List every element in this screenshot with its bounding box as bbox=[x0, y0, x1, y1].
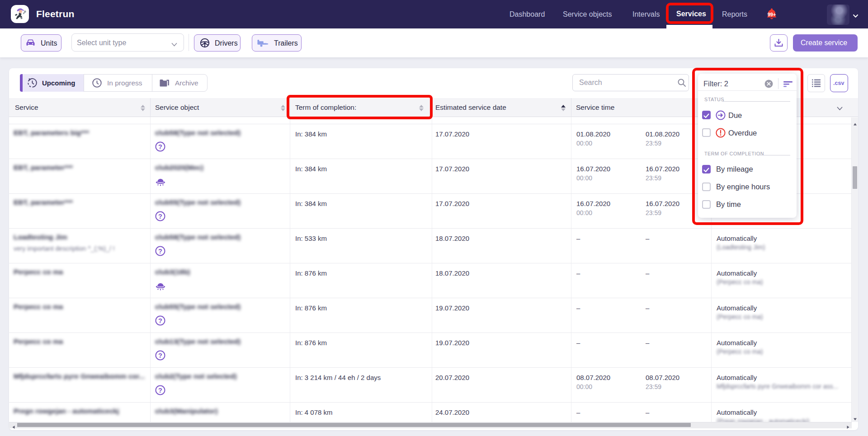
svg-text:?: ? bbox=[158, 317, 162, 324]
svg-text:99+: 99+ bbox=[768, 12, 776, 17]
svg-text:?: ? bbox=[158, 387, 162, 394]
svg-text:?: ? bbox=[158, 143, 162, 150]
svg-text:?: ? bbox=[158, 248, 162, 255]
svg-text:?: ? bbox=[158, 352, 162, 359]
svg-text:?: ? bbox=[158, 213, 162, 220]
